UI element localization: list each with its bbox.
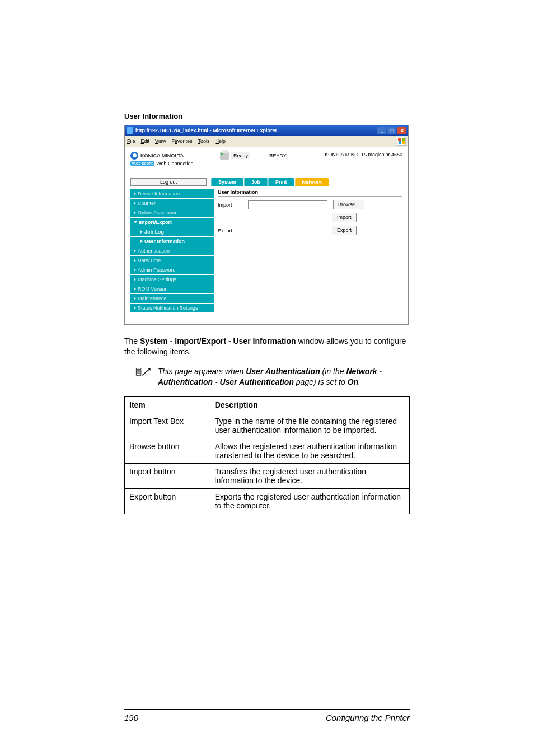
sidebar-item-rom-version[interactable]: ROM Version (130, 284, 214, 294)
note: This page appears when User Authenticati… (124, 366, 410, 388)
note-icon (135, 366, 151, 377)
table-header-row: Item Description (125, 396, 410, 413)
menu-file[interactable]: File (127, 138, 135, 144)
body-paragraph: The System - Import/Export - User Inform… (124, 336, 410, 357)
sidebar-item-import-export[interactable]: Import/Export (130, 218, 214, 227)
sidebar-item-device-information[interactable]: Device Information (130, 189, 214, 199)
model-label: KONICA MINOLTA magicolor 4650 (307, 152, 402, 157)
triangle-icon (134, 297, 136, 300)
export-label: Export (218, 228, 242, 234)
window-maximize-button[interactable]: □ (387, 127, 396, 134)
window-title: http://192.168.1.2/a_index.html - Micros… (135, 128, 375, 133)
table-header-description: Description (210, 396, 409, 413)
embedded-screenshot: http://192.168.1.2/a_index.html - Micros… (124, 125, 409, 325)
page-content: KONICA MINOLTA PAGE SCOPE Web Connection… (125, 147, 408, 324)
triangle-icon (134, 268, 136, 272)
brand-logo-icon (130, 152, 138, 160)
sidebar-item-online-assistance[interactable]: Online Assistance (130, 208, 214, 218)
detail-panel: User Information Import Browse... Import… (218, 189, 402, 313)
windows-flag-icon[interactable] (397, 137, 406, 146)
triangle-icon (134, 259, 136, 262)
export-button[interactable]: Export (332, 226, 357, 235)
info-table: Item Description Import Text Box Type in… (124, 396, 410, 514)
menu-tools[interactable]: Tools (198, 138, 209, 144)
menu-view[interactable]: View (155, 138, 166, 144)
table-cell-description: Allows the registered user authenticatio… (210, 438, 409, 463)
window-titlebar: http://192.168.1.2/a_index.html - Micros… (125, 125, 408, 136)
tab-job[interactable]: Job (244, 178, 268, 186)
triangle-icon (134, 249, 136, 253)
tab-network[interactable]: Network (295, 178, 330, 186)
window-minimize-button[interactable]: _ (377, 127, 386, 134)
note-text: This page appears when User Authenticati… (158, 366, 410, 388)
page-number: 190 (124, 713, 138, 722)
table-cell-item: Import button (125, 463, 210, 488)
sidebar-item-admin-password[interactable]: Admin Password (130, 265, 214, 275)
table-cell-item: Export button (125, 488, 210, 514)
web-connection-label: Web Connection (156, 161, 193, 166)
sidebar: Device Information Counter Online Assist… (130, 189, 214, 313)
status-ready-large: READY (252, 153, 287, 158)
page: User Information http://192.168.1.2/a_in… (0, 0, 534, 756)
triangle-icon (134, 306, 136, 310)
detail-heading: User Information (218, 189, 402, 197)
menu-favorites[interactable]: Favorites (171, 138, 192, 144)
footer-title: Configuring the Printer (326, 713, 410, 722)
sidebar-item-machine-settings[interactable]: Machine Settings (130, 275, 214, 284)
menu-help[interactable]: Help (215, 138, 226, 144)
page-footer: 190 Configuring the Printer (124, 709, 410, 722)
table-header-item: Item (125, 396, 210, 413)
triangle-icon (134, 202, 136, 205)
table-cell-description: Type in the name of the file containing … (210, 413, 409, 438)
menu-edit[interactable]: Edit (141, 138, 150, 144)
table-row: Export button Exports the registered use… (125, 488, 410, 514)
triangle-icon (134, 192, 136, 195)
table-row: Browse button Allows the registered user… (125, 438, 410, 463)
browse-button[interactable]: Browse... (333, 200, 364, 209)
sidebar-subitem-user-information[interactable]: User Information (130, 237, 214, 246)
triangle-icon (134, 287, 136, 291)
import-text-box[interactable] (248, 200, 327, 209)
ie-icon (127, 127, 133, 134)
table-cell-item: Import Text Box (125, 413, 210, 438)
sidebar-item-status-notification[interactable]: Status Notification Settings (130, 304, 214, 313)
printer-icon (220, 152, 229, 160)
sidebar-item-date-time[interactable]: Date/Time (130, 256, 214, 265)
tab-bar: System Job Print Network (211, 178, 330, 186)
sidebar-item-maintenance[interactable]: Maintenance (130, 294, 214, 304)
triangle-icon (140, 240, 143, 243)
section-heading: User Information (124, 112, 410, 120)
tab-system[interactable]: System (211, 178, 243, 186)
sidebar-item-counter[interactable]: Counter (130, 199, 214, 208)
table-cell-description: Exports the registered user authenticati… (210, 488, 409, 514)
triangle-down-icon (134, 221, 137, 223)
table-row: Import Text Box Type in the name of the … (125, 413, 410, 438)
brand-name: KONICA MINOLTA (140, 153, 184, 158)
tab-print[interactable]: Print (268, 178, 294, 186)
triangle-icon (134, 278, 136, 281)
table-cell-item: Browse button (125, 438, 210, 463)
triangle-icon (140, 230, 143, 234)
table-cell-description: Transfers the registered user authentica… (210, 463, 409, 488)
import-button[interactable]: Import (332, 213, 357, 222)
status-ready-small: Ready (231, 152, 250, 159)
table-row: Import button Transfers the registered u… (125, 463, 410, 488)
import-label: Import (218, 202, 242, 208)
window-close-button[interactable]: ✕ (397, 127, 406, 134)
sidebar-subitem-job-log[interactable]: Job Log (130, 227, 214, 237)
pagescope-badge: PAGE SCOPE (130, 161, 154, 166)
triangle-icon (134, 211, 136, 214)
sidebar-item-authentication[interactable]: Authentication (130, 246, 214, 256)
logout-button[interactable]: Log out (130, 178, 207, 186)
menu-bar: File Edit View Favorites Tools Help (125, 136, 408, 147)
